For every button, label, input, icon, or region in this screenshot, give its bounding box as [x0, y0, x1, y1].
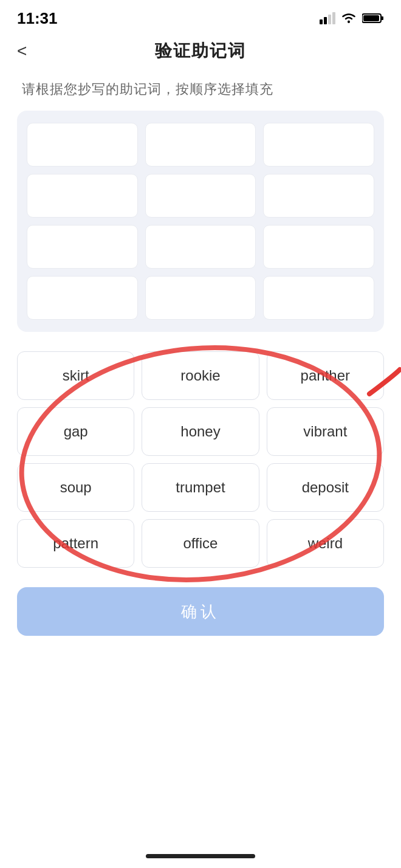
confirm-button[interactable]: 确认	[17, 587, 384, 636]
word-cell[interactable]: vibrant	[267, 407, 384, 456]
answer-cell	[145, 225, 256, 269]
word-cell[interactable]: trumpet	[142, 463, 259, 512]
svg-rect-2	[328, 15, 331, 24]
word-cell[interactable]: pattern	[17, 519, 134, 568]
answer-grid-container	[17, 111, 384, 332]
svg-rect-1	[324, 17, 327, 24]
home-indicator	[146, 854, 255, 858]
word-cell[interactable]: rookie	[142, 351, 259, 400]
svg-rect-0	[320, 19, 323, 24]
word-selection-area: skirtrookiepanthergaphoneyvibrantsouptru…	[17, 351, 384, 568]
answer-cell	[145, 276, 256, 320]
page-title: 验证助记词	[155, 40, 246, 63]
word-cell[interactable]: office	[142, 519, 259, 568]
word-grid: skirtrookiepanthergaphoneyvibrantsouptru…	[17, 351, 384, 568]
answer-cell	[263, 276, 374, 320]
signal-icon	[320, 12, 335, 24]
word-cell[interactable]: honey	[142, 407, 259, 456]
word-cell[interactable]: soup	[17, 463, 134, 512]
back-button[interactable]: <	[17, 41, 27, 61]
answer-cell	[27, 123, 138, 167]
svg-rect-6	[381, 16, 383, 20]
status-bar: 11:31	[0, 0, 401, 32]
confirm-button-container: 确认	[17, 587, 384, 636]
word-cell[interactable]: gap	[17, 407, 134, 456]
answer-cell	[145, 123, 256, 167]
answer-cell	[27, 174, 138, 218]
answer-cell	[27, 276, 138, 320]
word-cell[interactable]: panther	[267, 351, 384, 400]
answer-cell	[263, 123, 374, 167]
wifi-icon	[340, 12, 357, 24]
status-time: 11:31	[17, 9, 58, 28]
word-cell[interactable]: weird	[267, 519, 384, 568]
word-cell[interactable]: skirt	[17, 351, 134, 400]
answer-cell	[145, 174, 256, 218]
nav-bar: < 验证助记词	[0, 32, 401, 71]
answer-cell	[263, 225, 374, 269]
battery-icon	[362, 13, 384, 24]
svg-rect-7	[363, 15, 379, 21]
status-icons	[320, 12, 384, 24]
svg-point-4	[348, 21, 350, 23]
answer-cell	[27, 225, 138, 269]
answer-cell	[263, 174, 374, 218]
svg-rect-3	[332, 12, 335, 24]
word-cell[interactable]: deposit	[267, 463, 384, 512]
answer-grid	[27, 123, 374, 320]
subtitle-text: 请根据您抄写的助记词，按顺序选择填充	[0, 71, 401, 111]
